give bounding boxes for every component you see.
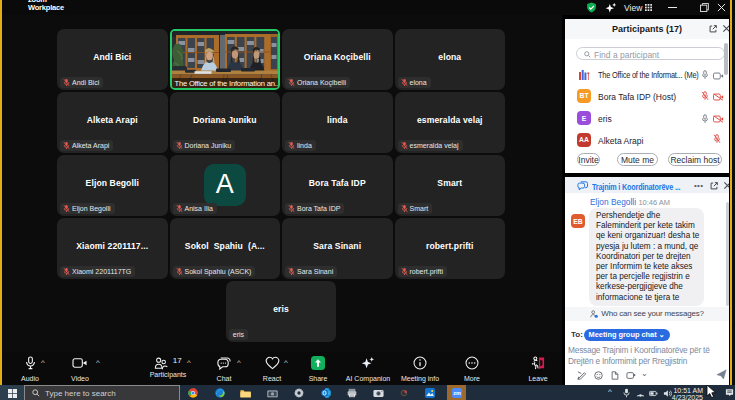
svg-text:zm: zm [453, 390, 461, 396]
svg-text:The Office of the Information: The Office of the Information an.. [174, 79, 278, 88]
